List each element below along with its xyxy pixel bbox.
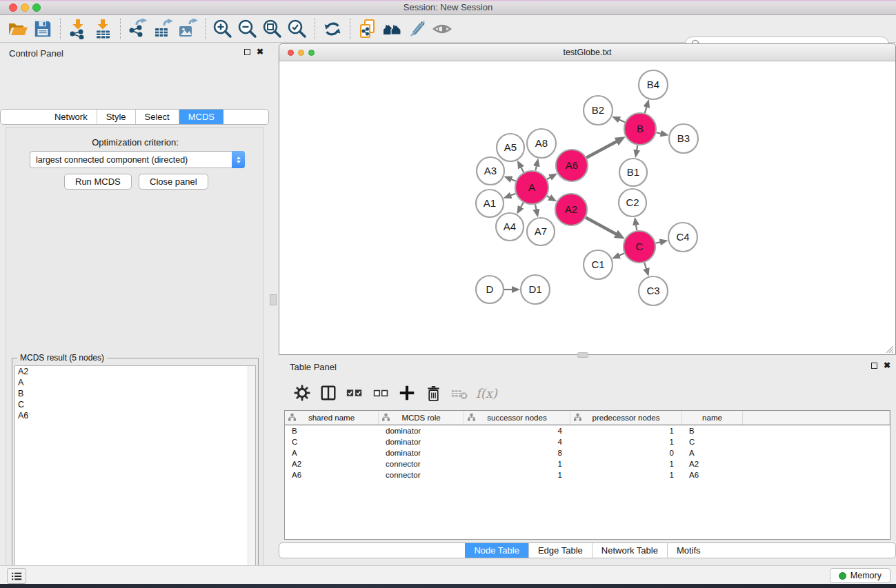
- import-table-button[interactable]: [90, 17, 115, 41]
- cell-successor-nodes[interactable]: 1: [464, 471, 570, 479]
- edge-B-B4[interactable]: [645, 106, 647, 113]
- table-options-button[interactable]: [291, 382, 313, 404]
- run-mcds-button[interactable]: Run MCDS: [64, 174, 132, 190]
- graph-node-A2[interactable]: A2: [555, 194, 587, 225]
- cell-shared-name[interactable]: A6: [285, 471, 379, 479]
- export-table-button[interactable]: [150, 17, 175, 41]
- graph-node-A1[interactable]: A1: [476, 190, 504, 217]
- network-canvas[interactable]: B4B2BB3A5A8A6A3B1AA1C2A2A4A7C4CC1DD1C3: [280, 62, 895, 354]
- mcds-result-item[interactable]: C: [15, 399, 255, 410]
- mcds-result-item[interactable]: B: [15, 388, 255, 399]
- tab-network[interactable]: Network: [46, 110, 97, 124]
- edge-A2-C[interactable]: [586, 217, 617, 234]
- cell-predecessor-nodes[interactable]: 1: [570, 438, 682, 446]
- zoom-out-button[interactable]: [235, 17, 260, 41]
- table-row[interactable]: A2connector11A2: [285, 458, 890, 469]
- table-row[interactable]: Cdominator41C: [285, 436, 890, 447]
- cell-shared-name[interactable]: A: [285, 449, 379, 457]
- network-window-titlebar[interactable]: testGlobe.txt: [279, 44, 895, 61]
- vertical-splitter-grip[interactable]: [270, 294, 277, 305]
- edge-C-C2[interactable]: [636, 224, 637, 231]
- tab-select[interactable]: Select: [136, 110, 179, 124]
- tab-mcds[interactable]: MCDS: [179, 110, 223, 124]
- cell-successor-nodes[interactable]: 1: [464, 460, 570, 468]
- close-window-icon[interactable]: [288, 50, 294, 56]
- graph-node-C2[interactable]: C2: [619, 189, 646, 216]
- graph-node-D[interactable]: D: [476, 276, 504, 303]
- edge-A-A1[interactable]: [510, 194, 516, 196]
- table-row[interactable]: Adominator80A: [285, 447, 890, 458]
- column-view-button[interactable]: [317, 382, 339, 404]
- cell-mcds-role[interactable]: dominator: [379, 449, 464, 457]
- delete-column-button[interactable]: [422, 382, 444, 404]
- select-all-columns-button[interactable]: [344, 382, 366, 404]
- minimize-window-icon[interactable]: [298, 50, 304, 56]
- close-panel-button[interactable]: Close panel: [139, 174, 208, 190]
- edge-A-A4[interactable]: [520, 203, 524, 208]
- cell-name[interactable]: C: [682, 438, 743, 446]
- criterion-dropdown[interactable]: largest connected component (directed): [30, 151, 245, 168]
- column-header-mcds-role[interactable]: MCDS role: [379, 411, 464, 425]
- graph-node-B[interactable]: B: [624, 113, 656, 145]
- edge-A-A6[interactable]: [547, 176, 551, 179]
- unselect-all-columns-button[interactable]: [370, 382, 392, 404]
- graph-node-B1[interactable]: B1: [619, 159, 647, 186]
- horizontal-splitter-grip[interactable]: [577, 352, 588, 358]
- close-panel-icon[interactable]: ✖: [884, 362, 890, 369]
- hide-labels-button[interactable]: [405, 17, 430, 41]
- mcds-result-item[interactable]: A: [15, 377, 255, 388]
- mcds-result-item[interactable]: A6: [15, 410, 255, 421]
- cell-shared-name[interactable]: C: [285, 438, 379, 446]
- refresh-button[interactable]: [320, 17, 345, 41]
- export-network-button[interactable]: [126, 17, 150, 41]
- edge-A-A7[interactable]: [535, 204, 537, 210]
- table-row[interactable]: A6connector11A6: [285, 469, 890, 480]
- cell-predecessor-nodes[interactable]: 1: [570, 427, 682, 435]
- edge-B-B3[interactable]: [656, 132, 661, 134]
- zoom-fit-button[interactable]: [260, 17, 285, 41]
- cell-name[interactable]: B: [682, 427, 743, 435]
- import-network-button[interactable]: [66, 17, 90, 41]
- graph-node-A[interactable]: A: [515, 171, 548, 204]
- graph-node-B3[interactable]: B3: [669, 124, 698, 153]
- resize-grip-icon[interactable]: [884, 344, 893, 353]
- graph-node-A3[interactable]: A3: [477, 157, 504, 185]
- graph-node-B2[interactable]: B2: [584, 96, 613, 125]
- edge-C-C4[interactable]: [655, 242, 661, 243]
- column-header-name[interactable]: name: [682, 411, 743, 425]
- cell-mcds-role[interactable]: dominator: [379, 438, 464, 446]
- minimize-window-icon[interactable]: [21, 3, 29, 12]
- cell-predecessor-nodes[interactable]: 1: [570, 460, 682, 468]
- graph-node-A6[interactable]: A6: [556, 150, 588, 181]
- tab-edge-table[interactable]: Edge Table: [529, 543, 593, 558]
- graph-node-C3[interactable]: C3: [639, 276, 668, 305]
- scrollbar-track[interactable]: [248, 366, 255, 588]
- cell-predecessor-nodes[interactable]: 1: [570, 471, 682, 479]
- column-header-shared-name[interactable]: shared name: [285, 411, 379, 425]
- column-header-predecessor-nodes[interactable]: predecessor nodes: [570, 411, 682, 425]
- float-panel-icon[interactable]: [871, 363, 877, 369]
- zoom-in-button[interactable]: [210, 17, 235, 41]
- export-image-button[interactable]: [175, 17, 200, 41]
- close-panel-icon[interactable]: ✖: [257, 48, 263, 55]
- edge-A6-B[interactable]: [586, 141, 617, 157]
- graph-node-C[interactable]: C: [624, 231, 655, 263]
- graph-node-C4[interactable]: C4: [668, 223, 697, 252]
- delete-table-button[interactable]: [448, 382, 470, 404]
- maximize-window-icon[interactable]: [32, 3, 41, 12]
- graph-node-D1[interactable]: D1: [521, 275, 550, 304]
- mcds-result-item[interactable]: A2: [15, 366, 255, 377]
- tab-node-table[interactable]: Node Table: [465, 543, 529, 558]
- graph-node-C1[interactable]: C1: [584, 250, 613, 279]
- graph-node-A4[interactable]: A4: [496, 213, 524, 241]
- zoom-selected-button[interactable]: [285, 17, 310, 41]
- edge-C-C3[interactable]: [644, 263, 646, 270]
- tab-motifs[interactable]: Motifs: [668, 543, 710, 558]
- cell-predecessor-nodes[interactable]: 0: [570, 449, 682, 457]
- close-window-icon[interactable]: [9, 3, 17, 12]
- cell-shared-name[interactable]: B: [285, 427, 379, 435]
- edge-A-A3[interactable]: [510, 179, 516, 181]
- mcds-result-list[interactable]: A2ABCA6: [14, 365, 256, 588]
- graph-node-A8[interactable]: A8: [527, 129, 556, 158]
- cell-successor-nodes[interactable]: 8: [464, 449, 570, 457]
